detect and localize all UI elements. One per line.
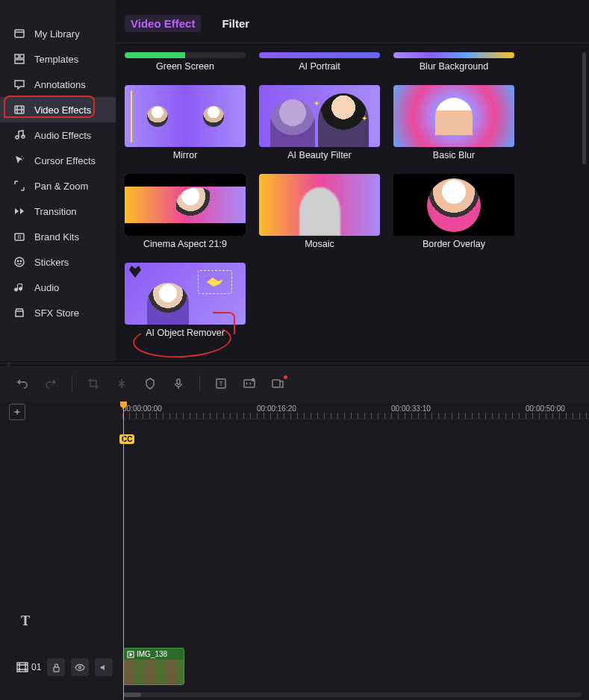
timeline-ruler[interactable]: 00:00:00:00 00:00:16:20 00:00:33:10 00:0… (122, 404, 589, 419)
svg-text:B: B (18, 234, 22, 240)
effect-label: Border Overlay (423, 239, 485, 249)
sidebar-item-video-effects[interactable]: Video Effects (0, 97, 116, 122)
sidebar-item-label: Transition (34, 206, 77, 217)
sidebar-item-label: Templates (34, 54, 78, 65)
svg-rect-18 (17, 663, 28, 672)
effect-label: AI Portrait (299, 61, 340, 72)
clip-label: IMG_138 (137, 650, 167, 658)
video-effects-icon (13, 104, 25, 116)
sidebar-item-label: Pan & Zoom (34, 181, 88, 192)
effect-thumb (125, 174, 246, 236)
effect-thumb (393, 52, 514, 58)
svg-rect-2 (20, 54, 24, 58)
sidebar-item-label: SFX Store (34, 307, 79, 319)
playhead[interactable] (123, 401, 124, 700)
sidebar-item-stickers[interactable]: Stickers (0, 249, 116, 275)
sidebar-item-sfx-store[interactable]: SFX Store (0, 300, 116, 325)
sidebar-item-label: Annotations (34, 79, 86, 90)
effect-border-overlay[interactable]: Border Overlay (393, 174, 514, 249)
effect-basic-blur[interactable]: Basic Blur (393, 85, 514, 160)
effect-green-screen[interactable]: Green Screen (125, 52, 246, 72)
sidebar-item-audio-effects[interactable]: Audio Effects (0, 122, 116, 148)
favorite-icon (129, 266, 141, 278)
templates-icon (13, 53, 25, 65)
timeline-clip[interactable]: IMG_138 (123, 648, 184, 685)
sidebar-item-audio[interactable]: Audio (0, 275, 116, 300)
effect-blur-background[interactable]: Blur Background (393, 52, 514, 72)
sidebar-item-label: Video Effects (34, 104, 91, 116)
text-button[interactable]: T (214, 376, 228, 391)
separator (72, 375, 72, 392)
timeline-horizontal-scrollbar[interactable] (123, 693, 582, 697)
svg-rect-0 (15, 30, 24, 37)
undo-button[interactable] (15, 376, 30, 391)
brand-kits-icon: B (13, 231, 25, 243)
effect-label: Mosaic (305, 239, 334, 249)
ruler-mark: 00:00:00:00 (122, 404, 162, 413)
ruler-mark: 00:00:16:20 (257, 404, 296, 413)
sidebar-item-label: Audio Effects (34, 130, 91, 141)
effect-ai-beauty-filter[interactable]: AI Beauty Filter (259, 85, 380, 160)
svg-point-20 (79, 666, 81, 669)
effect-label: AI Object Remover (146, 328, 225, 338)
effect-cinema-aspect[interactable]: Cinema Aspect 21:9 (125, 174, 246, 249)
separator (199, 375, 200, 392)
add-track-button[interactable]: ＋ (9, 404, 25, 420)
library-icon (13, 28, 25, 40)
sidebar-item-cursor-effects[interactable]: Cursor Effects (0, 148, 116, 173)
sidebar-item-label: Cursor Effects (34, 155, 96, 166)
effect-thumb (125, 263, 246, 325)
sidebar-item-my-library[interactable]: My Library (0, 21, 116, 46)
sidebar-item-label: Stickers (34, 257, 69, 268)
sidebar: My Library Templates Annotations Video E… (0, 0, 116, 361)
voiceover-button[interactable] (171, 376, 186, 391)
mute-track-button[interactable] (95, 658, 113, 676)
effect-thumb (125, 85, 246, 147)
auto-captions-button[interactable] (270, 376, 285, 391)
svg-text:T: T (219, 380, 223, 387)
effect-thumb (393, 85, 514, 147)
sidebar-item-label: Audio (34, 282, 59, 293)
split-button[interactable] (114, 376, 129, 391)
marker-button[interactable] (143, 376, 158, 391)
audio-effects-icon (13, 129, 25, 141)
redo-button[interactable] (43, 376, 58, 391)
sidebar-item-label: Brand Kits (34, 231, 79, 243)
effect-mosaic[interactable]: Mosaic (259, 174, 380, 249)
cursor-effects-icon (13, 154, 25, 166)
effect-thumb (393, 174, 514, 236)
crop-button[interactable] (86, 376, 101, 391)
effect-thumb (259, 52, 380, 58)
tab-filter[interactable]: Filter (216, 15, 255, 32)
tabs: Video Effect Filter (116, 0, 589, 43)
effects-scrollbar[interactable] (582, 52, 586, 164)
sfx-store-icon (13, 307, 25, 319)
visibility-track-button[interactable] (71, 658, 89, 676)
svg-rect-3 (15, 60, 24, 63)
sidebar-item-brand-kits[interactable]: B Brand Kits (0, 224, 116, 249)
captions-button[interactable] (242, 376, 257, 391)
sidebar-item-templates[interactable]: Templates (0, 46, 116, 72)
svg-point-11 (20, 260, 21, 261)
svg-point-9 (15, 257, 24, 266)
svg-point-10 (17, 260, 18, 261)
selection-target-icon (198, 270, 232, 294)
effect-ai-portrait[interactable]: AI Portrait (259, 52, 380, 72)
effect-mirror[interactable]: Mirror (125, 85, 246, 160)
effects-grid: Green Screen AI Portrait Blur Background… (116, 43, 589, 361)
sidebar-item-pan-zoom[interactable]: Pan & Zoom (0, 173, 116, 199)
audio-icon (13, 281, 25, 293)
track-controls: 01 (16, 658, 113, 676)
svg-rect-12 (177, 379, 180, 384)
effect-label: AI Beauty Filter (287, 150, 351, 160)
effect-ai-object-remover[interactable]: AI Object Remover (125, 263, 246, 338)
sidebar-item-transition[interactable]: Transition (0, 199, 116, 224)
svg-rect-17 (272, 380, 280, 387)
sidebar-item-annotations[interactable]: Annotations (0, 72, 116, 97)
effect-label: Cinema Aspect 21:9 (143, 239, 227, 249)
tracks-area[interactable]: T 01 IMG_138 (0, 422, 589, 700)
timeline-toolbar: T (0, 366, 589, 401)
lock-track-button[interactable] (47, 658, 65, 676)
effect-label: Blur Background (420, 61, 488, 72)
tab-video-effect[interactable]: Video Effect (125, 15, 201, 32)
